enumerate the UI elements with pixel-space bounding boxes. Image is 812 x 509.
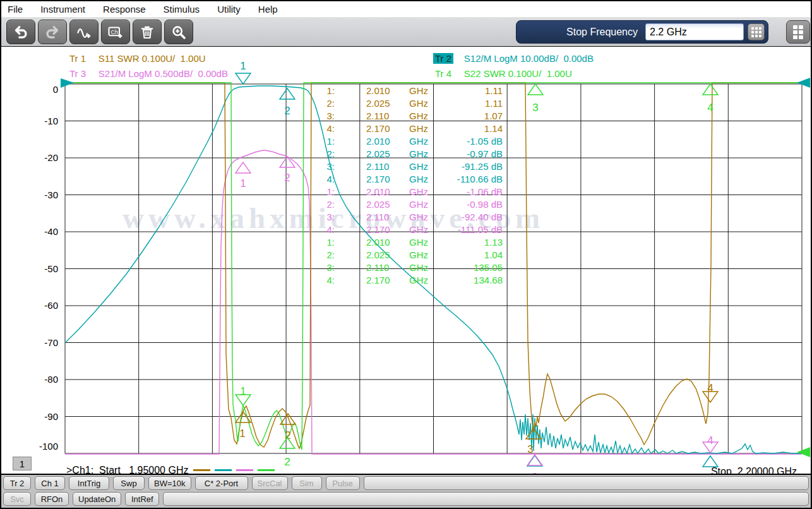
menu-item-stimulus[interactable]: Stimulus bbox=[164, 4, 200, 15]
marker-table-row: 2:2.025GHz1.04 bbox=[277, 249, 503, 261]
marker-frequency: 2.010 bbox=[335, 186, 409, 198]
marker-frequency: 2.025 bbox=[335, 199, 409, 210]
marker-value: -0.98 dB bbox=[432, 199, 503, 210]
marker-table-row: 4:2.170GHz-110.66 dB bbox=[277, 174, 503, 185]
trace-format-label: S22 SWR 0.100U/ 1.00U bbox=[458, 68, 571, 79]
marker-frequency: 2.010 bbox=[335, 237, 409, 248]
marker-table-row: 2:2.025GHz1.11 bbox=[277, 98, 503, 109]
marker-table-row: 3:2.110GHz1.07 bbox=[277, 111, 503, 122]
trace-header-tr3[interactable]: Tr 3 S21/M LogM 0.500dB/ 0.00dB bbox=[68, 68, 228, 79]
grid-menu-icon[interactable] bbox=[786, 20, 810, 44]
marker-table-row: 3:2.110GHz-92.40 dB bbox=[277, 212, 503, 223]
marker-number: 1: bbox=[277, 136, 335, 147]
marker-label: 1 bbox=[239, 428, 245, 440]
marker-frequency-unit: GHz bbox=[409, 186, 432, 198]
status-row-2: SvcRFOnUpdateOnIntRef bbox=[3, 492, 809, 506]
marker-table-row: 3:2.110GHz135.05 bbox=[277, 262, 503, 273]
status-button-rfon[interactable]: RFOn bbox=[35, 492, 69, 506]
menu-item-utility[interactable]: Utility bbox=[217, 4, 241, 15]
marker-number: 4: bbox=[277, 224, 335, 236]
trace-plus-icon bbox=[76, 25, 92, 40]
marker-frequency-unit: GHz bbox=[409, 136, 432, 147]
undo-button[interactable] bbox=[6, 20, 35, 44]
marker-table-row: 1:2.010GHz-1.05 dB bbox=[277, 136, 503, 147]
add-trace-button[interactable] bbox=[69, 20, 99, 44]
y-axis-tick-label: -40 bbox=[19, 226, 58, 237]
marker-label: 4 bbox=[707, 102, 713, 114]
add-channel-button[interactable]: Ch bbox=[101, 20, 130, 44]
marker-value: 1.13 bbox=[432, 237, 503, 248]
trace-header-tr1[interactable]: Tr 1 S11 SWR 0.100U/ 1.00U bbox=[68, 53, 206, 64]
marker-value: -110.66 dB bbox=[432, 174, 503, 185]
marker-value: -1.05 dB bbox=[432, 136, 503, 147]
marker-frequency-unit: GHz bbox=[409, 85, 432, 97]
marker-value: -111.05 dB bbox=[432, 224, 503, 236]
y-axis-tick-label: -60 bbox=[19, 300, 58, 311]
legend-swatch-trace-4 bbox=[258, 469, 275, 471]
trace-id-badge: Tr 4 bbox=[433, 68, 453, 79]
redo-button bbox=[38, 20, 67, 44]
marker-4-triangle bbox=[703, 84, 718, 95]
status-message-field bbox=[163, 492, 809, 506]
menu-bar: FileInstrumentResponseStimulusUtilityHel… bbox=[1, 1, 811, 18]
menu-item-file[interactable]: File bbox=[8, 4, 23, 15]
marker-table-row: 1:2.010GHz1.11 bbox=[277, 85, 503, 97]
marker-frequency: 2.110 bbox=[335, 161, 409, 172]
marker-frequency-unit: GHz bbox=[409, 111, 432, 122]
trace-header-tr4[interactable]: Tr 4 S22 SWR 0.100U/ 1.00U bbox=[433, 68, 572, 79]
menu-item-instrument[interactable]: Instrument bbox=[40, 4, 85, 15]
vna-app-window: FileInstrumentResponseStimulusUtilityHel… bbox=[0, 0, 812, 509]
trace-format-label: S11 SWR 0.100U/ 1.00U bbox=[93, 53, 205, 64]
trash-icon bbox=[139, 25, 155, 40]
status-button-ch-1[interactable]: Ch 1 bbox=[35, 476, 65, 490]
stop-frequency-input[interactable] bbox=[645, 23, 744, 40]
trace-format-label: S21/M LogM 0.500dB/ 0.00dB bbox=[93, 68, 227, 79]
y-axis-tick-label: -80 bbox=[19, 374, 58, 385]
zoom-button[interactable] bbox=[164, 20, 193, 44]
marker-value: -92.40 dB bbox=[432, 212, 503, 223]
marker-frequency: 2.010 bbox=[335, 85, 409, 97]
marker-value: 135.05 bbox=[432, 262, 503, 273]
menu-item-response[interactable]: Response bbox=[103, 4, 146, 15]
marker-number: 3: bbox=[277, 161, 335, 172]
marker-table-row: 2:2.025GHz-0.98 dB bbox=[277, 199, 503, 210]
marker-table-row: 4:2.170GHz-111.05 dB bbox=[277, 224, 503, 236]
status-button-tr-2[interactable]: Tr 2 bbox=[3, 476, 31, 490]
marker-frequency: 2.170 bbox=[335, 174, 409, 185]
marker-table-row: 4:2.170GHz1.14 bbox=[277, 123, 503, 135]
status-button-c-2-port[interactable]: C* 2-Port bbox=[195, 476, 248, 490]
marker-value: -0.97 dB bbox=[432, 148, 503, 160]
marker-value: 1.07 bbox=[432, 111, 503, 122]
status-button-updateon[interactable]: UpdateOn bbox=[73, 492, 121, 506]
marker-label: 4 bbox=[707, 382, 713, 394]
marker-1-triangle bbox=[236, 73, 251, 84]
marker-1-triangle bbox=[236, 162, 251, 173]
status-button-swp[interactable]: Swp bbox=[113, 476, 145, 490]
marker-frequency: 2.025 bbox=[335, 249, 409, 261]
redo-icon bbox=[44, 25, 61, 40]
status-row-1: Tr 2Ch 1IntTrigSwpBW=10kC* 2-PortSrcCalS… bbox=[3, 476, 809, 491]
marker-frequency-unit: GHz bbox=[409, 98, 432, 109]
marker-value: -91.25 dB bbox=[432, 161, 503, 172]
status-button-intref[interactable]: IntRef bbox=[125, 492, 159, 506]
trace-id-badge: Tr 3 bbox=[68, 68, 88, 79]
marker-frequency-unit: GHz bbox=[409, 237, 432, 248]
marker-frequency: 2.110 bbox=[335, 262, 409, 273]
legend-swatch-trace-2 bbox=[215, 469, 232, 471]
status-button-bw-10k[interactable]: BW=10k bbox=[148, 476, 191, 490]
marker-label: 1 bbox=[240, 177, 246, 189]
menu-item-help[interactable]: Help bbox=[258, 4, 278, 15]
magnifier-plus-icon bbox=[170, 25, 187, 40]
trace-header-tr2[interactable]: Tr 2 S12/M LogM 10.00dB/ 0.00dB bbox=[433, 53, 594, 64]
marker-label: 1 bbox=[240, 60, 246, 72]
trace-format-label: S12/M LogM 10.00dB/ 0.00dB bbox=[458, 53, 593, 64]
y-axis-tick-label: -70 bbox=[19, 337, 58, 348]
delete-button[interactable] bbox=[133, 20, 162, 44]
marker-table-row: 1:2.010GHz-1.06 dB bbox=[277, 186, 503, 198]
channel-badge[interactable]: 1 bbox=[13, 457, 32, 470]
y-axis-tick-label: -100 bbox=[19, 441, 58, 452]
marker-x-triangle bbox=[703, 456, 718, 467]
marker-table-row: 3:2.110GHz-91.25 dB bbox=[277, 161, 503, 172]
keypad-icon[interactable] bbox=[748, 23, 765, 40]
status-button-inttrig[interactable]: IntTrig bbox=[69, 476, 109, 490]
